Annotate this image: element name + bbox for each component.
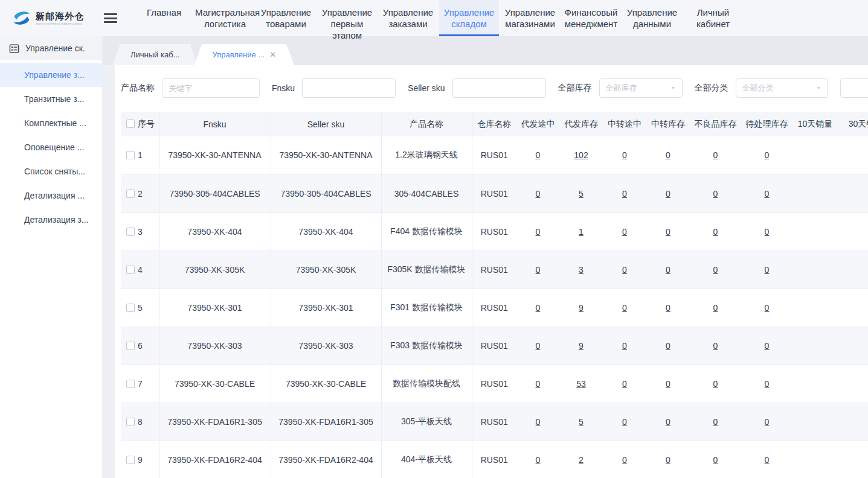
stock-link[interactable]: 0	[666, 379, 670, 389]
stock-link[interactable]: 0	[666, 303, 670, 313]
row-checkbox[interactable]	[126, 380, 135, 388]
cell-stock-2: 0	[603, 288, 646, 327]
filter-input-0[interactable]	[162, 78, 260, 98]
stock-link[interactable]: 0	[536, 227, 541, 237]
stock-link[interactable]: 0	[622, 379, 627, 389]
stock-link[interactable]: 0	[622, 150, 627, 160]
stock-link[interactable]: 0	[713, 189, 718, 199]
stock-link[interactable]: 0	[713, 341, 718, 351]
stock-link[interactable]: 0	[765, 379, 770, 389]
cell-stock-0: 0	[516, 441, 559, 478]
stock-link[interactable]: 0	[765, 265, 770, 275]
stock-link[interactable]: 53	[576, 379, 586, 389]
stock-link[interactable]: 0	[622, 455, 627, 465]
stock-link[interactable]: 0	[666, 150, 670, 160]
stock-link[interactable]: 0	[666, 189, 670, 199]
stock-link[interactable]: 0	[666, 417, 670, 427]
row-checkbox[interactable]	[126, 266, 135, 274]
sidebar-item-0[interactable]: Управление з...	[0, 63, 102, 87]
stock-link[interactable]: 0	[765, 189, 770, 199]
inventory-table-wrap[interactable]: 序号FnskuSeller sku产品名称仓库名称代发途中代发库存中转途中中转库…	[121, 112, 868, 478]
nav-item-4[interactable]: Управление заказами	[378, 0, 438, 36]
row-checkbox[interactable]	[126, 151, 135, 159]
sidebar-item-3[interactable]: Оповещение ...	[0, 135, 102, 159]
sidebar-item-6[interactable]: Детализация з...	[0, 208, 102, 232]
stock-link[interactable]: 0	[666, 455, 670, 465]
cell-warehouse: RUS01	[472, 212, 516, 250]
sidebar-header[interactable]: Управление ск.	[0, 36, 102, 60]
stock-link[interactable]: 0	[622, 341, 627, 351]
stock-link[interactable]: 0	[622, 227, 627, 237]
tab-1[interactable]: Управление ...✕	[194, 44, 294, 65]
sidebar-item-5[interactable]: Детализация ...	[0, 183, 102, 208]
cell-warehouse: RUS01	[472, 403, 516, 441]
row-checkbox[interactable]	[126, 228, 135, 236]
stock-link[interactable]: 0	[765, 227, 770, 237]
nav-item-0[interactable]: Главная	[134, 0, 194, 36]
stock-link[interactable]: 0	[622, 189, 627, 199]
stock-link[interactable]: 0	[536, 341, 541, 351]
row-number: 3	[138, 227, 143, 237]
stock-link[interactable]: 0	[765, 303, 770, 313]
menu-collapse-icon[interactable]	[104, 13, 117, 23]
nav-item-1[interactable]: Магистральная логистика	[195, 0, 255, 36]
stock-link[interactable]: 5	[579, 417, 583, 427]
filter-select-3[interactable]: 全部库存▼	[599, 78, 683, 98]
stock-link[interactable]: 0	[765, 150, 770, 160]
stock-link[interactable]: 0	[536, 379, 541, 389]
stock-link[interactable]: 2	[579, 455, 583, 465]
stock-link[interactable]: 0	[713, 455, 718, 465]
sidebar-item-4[interactable]: Список сняты...	[0, 159, 102, 183]
stock-link[interactable]: 1	[579, 227, 583, 237]
stock-link[interactable]: 0	[713, 417, 718, 427]
stock-link[interactable]: 0	[536, 150, 541, 160]
stock-link[interactable]: 0	[622, 303, 627, 313]
stock-link[interactable]: 0	[765, 455, 770, 465]
nav-item-9[interactable]: Личный кабинет	[683, 0, 743, 36]
stock-link[interactable]: 0	[765, 417, 770, 427]
nav-item-7[interactable]: Финансовый менеджмент	[561, 0, 621, 36]
row-checkbox[interactable]	[126, 304, 135, 312]
stock-link[interactable]: 9	[579, 303, 583, 313]
select-all-checkbox[interactable]	[126, 119, 135, 128]
row-checkbox[interactable]	[126, 190, 135, 198]
nav-item-8[interactable]: Управление данными	[622, 0, 682, 36]
nav-item-3[interactable]: Управление первым этапом	[317, 0, 377, 36]
stock-link[interactable]: 0	[713, 303, 718, 313]
sidebar-item-2[interactable]: Комплектные ...	[0, 111, 102, 135]
row-checkbox[interactable]	[126, 418, 135, 426]
stock-link[interactable]: 0	[536, 455, 541, 465]
tab-close-icon[interactable]: ✕	[269, 50, 276, 59]
stock-link[interactable]: 0	[765, 341, 770, 351]
filter-select-4[interactable]: 全部分类▼	[736, 78, 828, 98]
nav-item-2[interactable]: Управление товарами	[256, 0, 316, 36]
row-checkbox[interactable]	[126, 342, 135, 350]
filter-label-0: 产品名称	[121, 83, 155, 94]
filter-input-2[interactable]	[452, 78, 546, 98]
tab-0[interactable]: Личный каб...	[112, 44, 198, 65]
stock-link[interactable]: 0	[536, 265, 541, 275]
stock-link[interactable]: 0	[713, 227, 718, 237]
stock-link[interactable]: 0	[666, 227, 670, 237]
stock-link[interactable]: 0	[622, 417, 627, 427]
sidebar-item-1[interactable]: Транзитные з...	[0, 87, 102, 111]
stock-link[interactable]: 0	[666, 341, 670, 351]
nav-item-6[interactable]: Управление магазинами	[500, 0, 560, 36]
stock-link[interactable]: 0	[666, 265, 670, 275]
stock-link[interactable]: 9	[579, 341, 583, 351]
stock-link[interactable]: 0	[713, 379, 718, 389]
nav-item-5[interactable]: Управление складом	[439, 0, 499, 36]
stock-link[interactable]: 102	[574, 150, 588, 160]
stock-link[interactable]: 5	[579, 189, 583, 199]
filter-input-5[interactable]	[840, 78, 868, 98]
stock-link[interactable]: 0	[536, 189, 541, 199]
stock-link[interactable]: 0	[713, 265, 718, 275]
stock-link[interactable]: 0	[536, 417, 541, 427]
stock-link[interactable]: 0	[536, 303, 541, 313]
stock-link[interactable]: 0	[713, 150, 718, 160]
filter-input-1[interactable]	[302, 78, 396, 98]
stock-link[interactable]: 0	[622, 265, 627, 275]
row-checkbox[interactable]	[126, 456, 135, 464]
cell-stock-5: 0	[741, 403, 792, 441]
stock-link[interactable]: 3	[579, 265, 583, 275]
